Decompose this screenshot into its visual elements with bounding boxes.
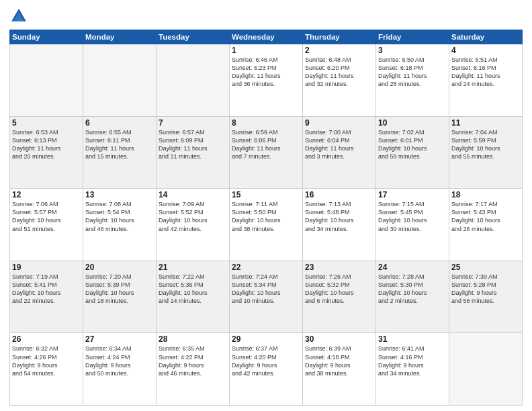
day-number: 12 — [12, 190, 81, 199]
calendar-cell: 7Sunrise: 6:57 AM Sunset: 6:09 PM Daylig… — [157, 116, 230, 189]
day-number: 14 — [159, 190, 227, 199]
weekday-header-wednesday: Wednesday — [230, 30, 303, 44]
calendar-cell — [83, 44, 157, 117]
weekday-header-saturday: Saturday — [449, 30, 523, 44]
day-number: 15 — [232, 190, 300, 199]
calendar-cell: 28Sunrise: 6:35 AM Sunset: 4:22 PM Dayli… — [157, 333, 230, 406]
day-info: Sunrise: 7:04 AM Sunset: 5:59 PM Dayligh… — [451, 128, 520, 161]
calendar-cell: 2Sunrise: 6:48 AM Sunset: 6:20 PM Daylig… — [303, 44, 376, 117]
day-number: 10 — [378, 118, 447, 128]
day-info: Sunrise: 7:08 AM Sunset: 5:54 PM Dayligh… — [85, 200, 154, 233]
calendar-cell: 12Sunrise: 7:06 AM Sunset: 5:57 PM Dayli… — [10, 189, 83, 261]
calendar-cell: 5Sunrise: 6:53 AM Sunset: 6:13 PM Daylig… — [10, 116, 83, 189]
day-number: 2 — [305, 46, 373, 55]
calendar-cell: 16Sunrise: 7:13 AM Sunset: 5:48 PM Dayli… — [303, 189, 376, 261]
day-info: Sunrise: 6:57 AM Sunset: 6:09 PM Dayligh… — [159, 128, 227, 161]
calendar-cell: 18Sunrise: 7:17 AM Sunset: 5:43 PM Dayli… — [449, 189, 523, 261]
calendar-cell: 21Sunrise: 7:22 AM Sunset: 5:36 PM Dayli… — [157, 261, 230, 333]
calendar-cell: 27Sunrise: 6:34 AM Sunset: 4:24 PM Dayli… — [83, 333, 157, 406]
calendar-cell: 13Sunrise: 7:08 AM Sunset: 5:54 PM Dayli… — [83, 189, 157, 261]
calendar-table: SundayMondayTuesdayWednesdayThursdayFrid… — [9, 30, 523, 406]
day-info: Sunrise: 7:20 AM Sunset: 5:39 PM Dayligh… — [85, 273, 154, 306]
day-info: Sunrise: 7:24 AM Sunset: 5:34 PM Dayligh… — [232, 273, 300, 306]
day-info: Sunrise: 7:30 AM Sunset: 5:28 PM Dayligh… — [451, 273, 520, 306]
weekday-header-thursday: Thursday — [303, 30, 376, 44]
day-info: Sunrise: 7:26 AM Sunset: 5:32 PM Dayligh… — [305, 273, 373, 306]
calendar-cell: 8Sunrise: 6:59 AM Sunset: 6:06 PM Daylig… — [230, 116, 303, 189]
calendar-cell: 4Sunrise: 6:51 AM Sunset: 6:16 PM Daylig… — [449, 44, 523, 117]
calendar-cell: 1Sunrise: 6:46 AM Sunset: 6:23 PM Daylig… — [230, 44, 303, 117]
day-number: 25 — [451, 263, 520, 272]
day-number: 18 — [451, 190, 520, 199]
day-number: 26 — [12, 334, 81, 344]
day-info: Sunrise: 7:09 AM Sunset: 5:52 PM Dayligh… — [159, 200, 227, 233]
calendar-week-3: 12Sunrise: 7:06 AM Sunset: 5:57 PM Dayli… — [10, 189, 523, 261]
day-number: 21 — [159, 263, 227, 272]
weekday-header-friday: Friday — [376, 30, 449, 44]
day-number: 31 — [378, 334, 447, 344]
day-number: 17 — [378, 190, 447, 199]
page: SundayMondayTuesdayWednesdayThursdayFrid… — [0, 0, 532, 411]
day-number: 13 — [85, 190, 154, 199]
logo — [9, 7, 31, 26]
day-number: 22 — [232, 263, 300, 272]
day-number: 19 — [12, 263, 81, 272]
day-info: Sunrise: 7:11 AM Sunset: 5:50 PM Dayligh… — [232, 200, 300, 233]
day-info: Sunrise: 7:02 AM Sunset: 6:01 PM Dayligh… — [378, 128, 447, 161]
day-info: Sunrise: 6:55 AM Sunset: 6:11 PM Dayligh… — [85, 128, 154, 161]
day-number: 16 — [305, 190, 373, 199]
day-info: Sunrise: 6:39 AM Sunset: 4:18 PM Dayligh… — [305, 345, 373, 377]
calendar-cell: 25Sunrise: 7:30 AM Sunset: 5:28 PM Dayli… — [449, 261, 523, 333]
day-number: 23 — [305, 263, 373, 272]
calendar-cell: 26Sunrise: 6:32 AM Sunset: 4:26 PM Dayli… — [10, 333, 83, 406]
day-number: 28 — [159, 334, 227, 344]
calendar-cell — [449, 333, 523, 406]
calendar-cell: 30Sunrise: 6:39 AM Sunset: 4:18 PM Dayli… — [303, 333, 376, 406]
day-info: Sunrise: 7:22 AM Sunset: 5:36 PM Dayligh… — [159, 273, 227, 306]
day-number: 29 — [232, 334, 300, 344]
calendar-cell: 14Sunrise: 7:09 AM Sunset: 5:52 PM Dayli… — [157, 189, 230, 261]
day-number: 9 — [305, 118, 373, 128]
calendar-cell: 29Sunrise: 6:37 AM Sunset: 4:20 PM Dayli… — [230, 333, 303, 406]
day-info: Sunrise: 7:06 AM Sunset: 5:57 PM Dayligh… — [12, 200, 81, 233]
day-info: Sunrise: 6:50 AM Sunset: 6:18 PM Dayligh… — [378, 56, 447, 89]
calendar-cell: 9Sunrise: 7:00 AM Sunset: 6:04 PM Daylig… — [303, 116, 376, 189]
calendar-week-4: 19Sunrise: 7:19 AM Sunset: 5:41 PM Dayli… — [10, 261, 523, 333]
calendar-cell: 10Sunrise: 7:02 AM Sunset: 6:01 PM Dayli… — [376, 116, 449, 189]
day-number: 30 — [305, 334, 373, 344]
calendar-cell — [157, 44, 230, 117]
calendar-week-5: 26Sunrise: 6:32 AM Sunset: 4:26 PM Dayli… — [10, 333, 523, 406]
calendar-week-1: 1Sunrise: 6:46 AM Sunset: 6:23 PM Daylig… — [10, 44, 523, 117]
calendar-cell: 20Sunrise: 7:20 AM Sunset: 5:39 PM Dayli… — [83, 261, 157, 333]
day-number: 24 — [378, 263, 447, 272]
calendar-cell: 23Sunrise: 7:26 AM Sunset: 5:32 PM Dayli… — [303, 261, 376, 333]
day-info: Sunrise: 6:32 AM Sunset: 4:26 PM Dayligh… — [12, 345, 81, 377]
day-info: Sunrise: 7:15 AM Sunset: 5:45 PM Dayligh… — [378, 200, 447, 233]
logo-icon — [9, 7, 28, 26]
day-number: 1 — [232, 46, 300, 55]
day-number: 11 — [451, 118, 520, 128]
weekday-header-row: SundayMondayTuesdayWednesdayThursdayFrid… — [10, 30, 523, 44]
calendar-cell: 22Sunrise: 7:24 AM Sunset: 5:34 PM Dayli… — [230, 261, 303, 333]
day-info: Sunrise: 6:37 AM Sunset: 4:20 PM Dayligh… — [232, 345, 300, 377]
day-number: 7 — [159, 118, 227, 128]
day-number: 4 — [451, 46, 520, 55]
day-info: Sunrise: 7:28 AM Sunset: 5:30 PM Dayligh… — [378, 273, 447, 306]
day-info: Sunrise: 6:46 AM Sunset: 6:23 PM Dayligh… — [232, 56, 300, 89]
day-number: 6 — [85, 118, 154, 128]
calendar-cell — [10, 44, 83, 117]
day-info: Sunrise: 7:19 AM Sunset: 5:41 PM Dayligh… — [12, 273, 81, 306]
calendar-cell: 24Sunrise: 7:28 AM Sunset: 5:30 PM Dayli… — [376, 261, 449, 333]
day-info: Sunrise: 6:53 AM Sunset: 6:13 PM Dayligh… — [12, 128, 81, 161]
day-number: 20 — [85, 263, 154, 272]
calendar-cell: 19Sunrise: 7:19 AM Sunset: 5:41 PM Dayli… — [10, 261, 83, 333]
calendar-cell: 11Sunrise: 7:04 AM Sunset: 5:59 PM Dayli… — [449, 116, 523, 189]
weekday-header-tuesday: Tuesday — [157, 30, 230, 44]
day-info: Sunrise: 6:41 AM Sunset: 4:16 PM Dayligh… — [378, 345, 447, 377]
weekday-header-monday: Monday — [83, 30, 157, 44]
day-number: 8 — [232, 118, 300, 128]
calendar-cell: 6Sunrise: 6:55 AM Sunset: 6:11 PM Daylig… — [83, 116, 157, 189]
day-info: Sunrise: 7:13 AM Sunset: 5:48 PM Dayligh… — [305, 200, 373, 233]
day-info: Sunrise: 6:34 AM Sunset: 4:24 PM Dayligh… — [85, 345, 154, 377]
calendar-week-2: 5Sunrise: 6:53 AM Sunset: 6:13 PM Daylig… — [10, 116, 523, 189]
